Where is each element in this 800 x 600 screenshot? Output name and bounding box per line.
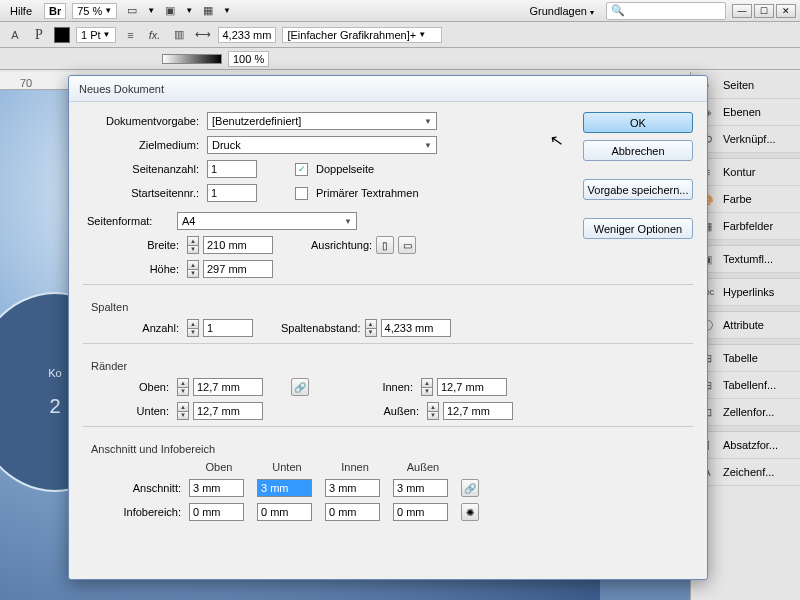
bleed-outside[interactable]: 3 mm [393,479,448,497]
workspace-combo[interactable]: Grundlagen ▾ [523,3,600,19]
m-out-spinner[interactable]: ▲▼ [427,402,439,420]
gutter-label: Spaltenabstand: [281,322,361,334]
width-spinner[interactable]: ▲▼ [187,236,199,254]
search-input[interactable]: 🔍 [606,2,726,20]
new-document-dialog: Neues Dokument OK Abbrechen Vorgabe spei… [68,75,708,580]
m-in-spinner[interactable]: ▲▼ [421,378,433,396]
screen-mode-icon[interactable]: ▣ [161,2,179,20]
slug-top[interactable]: 0 mm [189,503,244,521]
primary-label: Primärer Textrahmen [316,187,419,199]
bleed-bottom[interactable]: 3 mm [257,479,312,497]
m-bot-input[interactable]: 12,7 mm [193,402,263,420]
bleed-top[interactable]: 3 mm [189,479,244,497]
stroke-style-icon[interactable]: ≡ [122,26,140,44]
gutter-input[interactable]: 4,233 mm [381,319,451,337]
fill-icon[interactable] [54,27,70,43]
save-preset-button[interactable]: Vorgabe speichern... [583,179,693,200]
col-in: Innen [325,461,385,473]
m-top-spinner[interactable]: ▲▼ [177,378,189,396]
menubar: Hilfe Br 75 %▼ ▭▼ ▣▼ ▦▼ Grundlagen ▾ 🔍 —… [0,0,800,22]
tint-bar[interactable] [162,54,222,64]
slug-bottom[interactable]: 0 mm [257,503,312,521]
portrait-icon[interactable]: ▯ [376,236,394,254]
arrange-icon[interactable]: ▦ [199,2,217,20]
dialog-title: Neues Dokument [69,76,707,102]
margins-title: Ränder [91,360,693,372]
gutter-spinner[interactable]: ▲▼ [365,319,377,337]
height-spinner[interactable]: ▲▼ [187,260,199,278]
ok-button[interactable]: OK [583,112,693,133]
pages-input[interactable]: 1 [207,160,257,178]
measure-value[interactable]: 4,233 mm [218,27,277,43]
slug-link-icon[interactable]: ✺ [461,503,479,521]
width-input[interactable]: 210 mm [203,236,273,254]
slug-label: Infobereich: [93,506,181,518]
minimize-button[interactable]: — [732,4,752,18]
view-icon[interactable]: ▭ [123,2,141,20]
m-out-label: Außen: [353,405,423,417]
para-panel-icon[interactable]: P [30,26,48,44]
margin-link-icon[interactable]: 🔗 [291,378,309,396]
m-top-input[interactable]: 12,7 mm [193,378,263,396]
width-label: Breite: [113,239,183,251]
preset-label: Dokumentvorgabe: [83,115,203,127]
intent-label: Zielmedium: [83,139,203,151]
object-style[interactable]: [Einfacher Grafikrahmen]+▼ [282,27,442,43]
landscape-icon[interactable]: ▭ [398,236,416,254]
height-input[interactable]: 297 mm [203,260,273,278]
control-bar-2: 100 % [0,48,800,70]
intent-combo[interactable]: Druck▼ [207,136,437,154]
fewer-options-button[interactable]: Weniger Optionen [583,218,693,239]
slug-outside[interactable]: 0 mm [393,503,448,521]
orientation-label: Ausrichtung: [311,239,372,251]
facing-label: Doppelseite [316,163,374,175]
cols-count-label: Anzahl: [113,322,183,334]
maximize-button[interactable]: ☐ [754,4,774,18]
m-top-label: Oben: [103,381,173,393]
start-label: Startseitennr.: [83,187,203,199]
slug-inside[interactable]: 0 mm [325,503,380,521]
size-combo[interactable]: A4▼ [177,212,357,230]
columns-title: Spalten [91,301,693,313]
bleed-link-icon[interactable]: 🔗 [461,479,479,497]
m-in-input[interactable]: 12,7 mm [437,378,507,396]
col-bot: Unten [257,461,317,473]
stroke-weight[interactable]: 1 Pt▼ [76,27,116,43]
m-out-input[interactable]: 12,7 mm [443,402,513,420]
col-top: Oben [189,461,249,473]
window-controls: — ☐ ✕ [732,4,796,18]
bleed-inside[interactable]: 3 mm [325,479,380,497]
cols-spinner[interactable]: ▲▼ [187,319,199,337]
col-out: Außen [393,461,453,473]
preset-combo[interactable]: [Benutzerdefiniert]▼ [207,112,437,130]
fx-icon[interactable]: fx. [146,26,164,44]
zoom-combo[interactable]: 75 %▼ [72,3,117,19]
measure-icon[interactable]: ⟷ [194,26,212,44]
pages-label: Seitenanzahl: [83,163,203,175]
cols-input[interactable]: 1 [203,319,253,337]
bleed-label: Anschnitt: [93,482,181,494]
tint-value[interactable]: 100 % [228,51,269,67]
facing-checkbox[interactable]: ✓ [295,163,308,176]
cols-icon[interactable]: ▥ [170,26,188,44]
size-label: Seitenformat: [83,215,173,227]
m-bot-spinner[interactable]: ▲▼ [177,402,189,420]
m-bot-label: Unten: [103,405,173,417]
char-panel-icon[interactable]: A [6,26,24,44]
m-in-label: Innen: [347,381,417,393]
bleed-title: Anschnitt und Infobereich [91,443,693,455]
help-menu[interactable]: Hilfe [4,3,38,19]
control-bar: A P 1 Pt▼ ≡ fx. ▥ ⟷ 4,233 mm [Einfacher … [0,22,800,48]
bridge-button[interactable]: Br [44,3,66,19]
cancel-button[interactable]: Abbrechen [583,140,693,161]
start-input[interactable]: 1 [207,184,257,202]
height-label: Höhe: [113,263,183,275]
primary-checkbox[interactable] [295,187,308,200]
close-button[interactable]: ✕ [776,4,796,18]
